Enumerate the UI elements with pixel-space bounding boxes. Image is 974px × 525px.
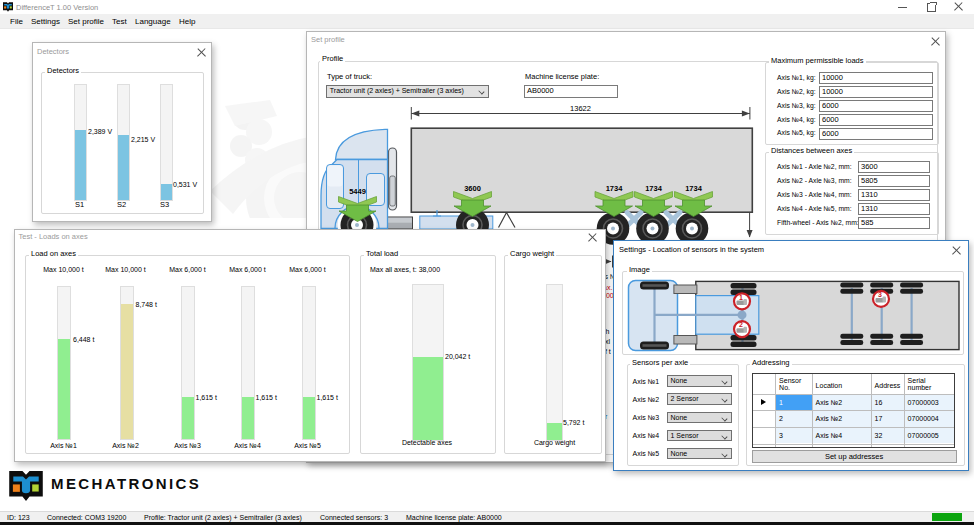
svg-text:3600: 3600 — [464, 184, 481, 193]
svg-text:1: 1 — [739, 294, 743, 301]
svg-text:1734: 1734 — [606, 184, 624, 193]
svg-text:1734: 1734 — [685, 184, 703, 193]
svg-text:13622: 13622 — [570, 104, 591, 113]
svg-text:2: 2 — [739, 321, 743, 328]
svg-text:3: 3 — [878, 291, 882, 298]
svg-text:1734: 1734 — [645, 184, 663, 193]
svg-text:5449: 5449 — [349, 187, 366, 196]
